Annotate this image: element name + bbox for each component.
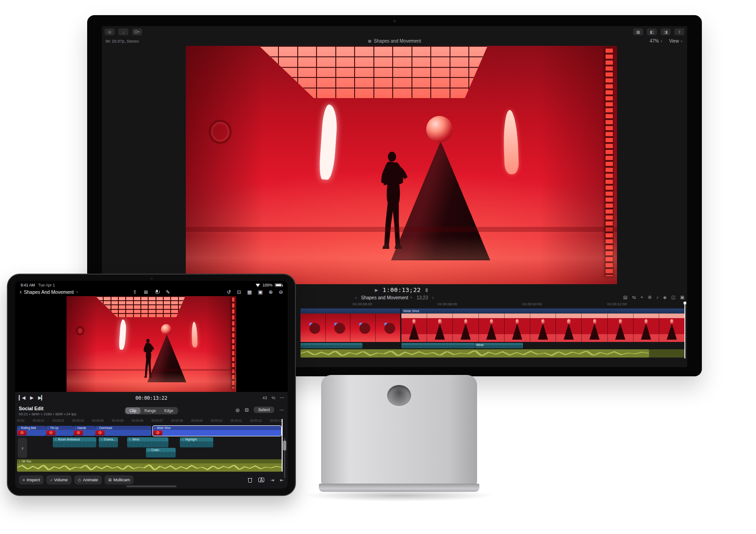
next-project-icon[interactable]: › <box>432 295 434 300</box>
audio-clip[interactable] <box>300 343 362 348</box>
ipad-device: 9:41 AM Tue Apr 1 100% ‹ Shapes And Move… <box>7 274 296 496</box>
ipad-playhead[interactable] <box>282 419 283 472</box>
timeline-zoom-value[interactable]: 43 <box>262 396 267 400</box>
video-clip[interactable]: ▪Rolling Ball <box>17 426 46 436</box>
more-icon[interactable]: ⋯ <box>279 407 284 413</box>
display-options-icon[interactable]: ▦ <box>247 289 252 295</box>
ruler-label: 00:00:05 <box>112 419 123 424</box>
select-button[interactable]: Select <box>254 407 274 413</box>
audio-clip[interactable] <box>401 343 475 348</box>
segment-clip[interactable]: Clip <box>125 407 140 414</box>
viewer-quality-icon[interactable]: ⊡ <box>237 289 241 295</box>
more-icon[interactable]: ⋯ <box>280 395 284 400</box>
project-duration: 13;23 <box>417 295 428 300</box>
collapse-icon[interactable]: ⊖ <box>279 289 283 295</box>
timeline-index-icon[interactable]: ▤ <box>623 295 627 300</box>
multicam-button[interactable]: ⊞ Multicam <box>105 475 134 484</box>
share-icon[interactable]: ⇧ <box>133 289 137 295</box>
clip-info-icon[interactable]: ⊙ <box>105 28 115 35</box>
append-clip-icon[interactable]: ⇤ <box>280 478 284 483</box>
audio-clip[interactable]: ∿Wind <box>127 437 168 447</box>
timeline-zoom-slider[interactable] <box>284 438 285 478</box>
keywords-icon[interactable] <box>132 28 142 35</box>
volume-button[interactable]: ♪ Volume <box>46 475 72 484</box>
clip-icon: ▪ <box>48 427 49 429</box>
format-info: 8K 29.97p, Stereo <box>106 39 139 44</box>
play-icon[interactable]: ▶ <box>30 395 33 400</box>
audio-clip[interactable]: ∿Room Ambiance <box>53 437 96 447</box>
position-tool-icon[interactable]: + <box>640 295 643 300</box>
trim-tool-icon[interactable]: ⇆ <box>632 295 636 300</box>
previous-frame-icon[interactable]: ▎◀ <box>19 395 25 400</box>
video-clip[interactable]: ▪Overhead <box>95 426 151 436</box>
overlay-icon[interactable]: ⊟ <box>245 407 249 413</box>
music-track[interactable] <box>300 349 649 358</box>
inspect-button[interactable]: ≡ Inspect <box>19 475 44 484</box>
battery-icon <box>275 283 282 287</box>
zoom-level-menu[interactable]: 47%∨ <box>650 39 662 44</box>
chevron-down-icon: ∨ <box>680 39 683 43</box>
timeline-clip-closeups[interactable] <box>300 314 400 342</box>
snapping-icon[interactable]: ◎ <box>236 407 240 413</box>
zoom-fit-icon[interactable]: ⊕ <box>269 289 273 295</box>
media-browser-icon[interactable]: ▣ <box>258 289 262 295</box>
music-track[interactable]: ♪ Oh Too <box>17 459 282 472</box>
video-clip[interactable]: ▪Hands <box>73 426 95 436</box>
ruler-label: 01:00:10:00 <box>523 302 542 306</box>
next-frame-icon[interactable]: ▶▎ <box>38 395 44 400</box>
pencil-icon[interactable]: ✎ <box>166 289 170 295</box>
play-icon[interactable]: ▶ <box>375 288 378 292</box>
previous-project-icon[interactable]: ‹ <box>355 295 357 300</box>
video-clip-selected[interactable]: ▪Wide Shot <box>153 426 281 436</box>
undo-icon[interactable]: ↺ <box>227 289 231 295</box>
waveform-icon: ∿ <box>100 438 103 441</box>
timeline-ruler[interactable]: 01:00:06:0001:00:08:0001:00:10:0001:00:1… <box>300 302 685 308</box>
audio-meters-icon[interactable]: ♪ <box>656 295 658 300</box>
music-track-label: Oh Too <box>22 460 31 463</box>
timeline-project-tab[interactable]: Shapes and Movement ∨ <box>361 295 412 300</box>
timeline-clip-wide-shot[interactable] <box>401 314 685 342</box>
audio-clip[interactable]: ∿Drama... <box>99 437 118 447</box>
filmstrip-thumbnail <box>530 314 556 342</box>
waveform-icon: ∿ <box>148 449 150 451</box>
timeline-zoom-unit: % <box>272 396 275 400</box>
share-icon[interactable]: ⇧ <box>674 28 684 35</box>
filmstrip-thumbnail <box>376 314 401 342</box>
timeline-playhead[interactable] <box>684 302 685 358</box>
captions-icon[interactable]: A <box>258 478 264 482</box>
pause-icon[interactable]: ‖ <box>425 287 428 293</box>
ruler-label: 00:00:03 <box>72 419 83 424</box>
home-indicator[interactable] <box>126 485 177 487</box>
fullscreen-icon[interactable]: ▣ <box>680 295 684 300</box>
effects-icon[interactable]: ◈ <box>663 295 667 300</box>
audio-clip[interactable]: ∿Crash <box>146 448 176 457</box>
clip-appearance-icon[interactable]: ◫ <box>671 295 675 300</box>
audio-clip[interactable]: ∿Highlight <box>180 437 213 447</box>
ipad-timeline-ruler[interactable]: 00:0000:00:0100:00:0200:00:0300:00:0400:… <box>17 419 282 424</box>
mac-toolbar-left: ⊙↓ <box>105 28 142 35</box>
segment-edge[interactable]: Edge <box>160 407 178 414</box>
ruler-label: 00:00:06 <box>132 419 143 424</box>
ruler-label: 00:00:12 <box>250 419 261 424</box>
inspector-view-icon[interactable]: ◨ <box>661 28 671 35</box>
filmstrip-thumbnail <box>634 314 659 342</box>
zoom-tool-icon[interactable]: ⊕ <box>648 295 651 300</box>
import-media-icon[interactable]: ↓ <box>118 28 128 35</box>
multicam-icon[interactable]: ⊞ <box>144 289 148 295</box>
segment-range[interactable]: Range <box>140 407 160 414</box>
video-clip[interactable]: ▪Tilt Up <box>46 426 73 436</box>
animate-button[interactable]: ◇ Animate <box>74 475 102 484</box>
back-button[interactable]: ‹ Shapes And Movement ∨ <box>20 289 78 295</box>
insert-clip-icon[interactable]: ⇥ <box>270 478 274 483</box>
music-track-dimmed[interactable] <box>649 349 685 358</box>
mic-icon[interactable] <box>155 290 159 295</box>
clip-icon: ▪ <box>155 427 156 429</box>
browser-view-icon[interactable]: ▦ <box>633 28 643 35</box>
view-menu[interactable]: View∨ <box>669 39 683 44</box>
fcp-ipad-app: 9:41 AM Tue Apr 1 100% ‹ Shapes And Move… <box>15 281 288 489</box>
filmstrip-thumbnail <box>608 314 634 342</box>
sidebar-view-icon[interactable]: ◧ <box>647 28 657 35</box>
delete-icon[interactable] <box>248 478 252 483</box>
audio-clip-wind[interactable]: Wind <box>475 343 523 348</box>
mac-toolbar-right: ▦◧◨⇧ <box>633 28 684 35</box>
